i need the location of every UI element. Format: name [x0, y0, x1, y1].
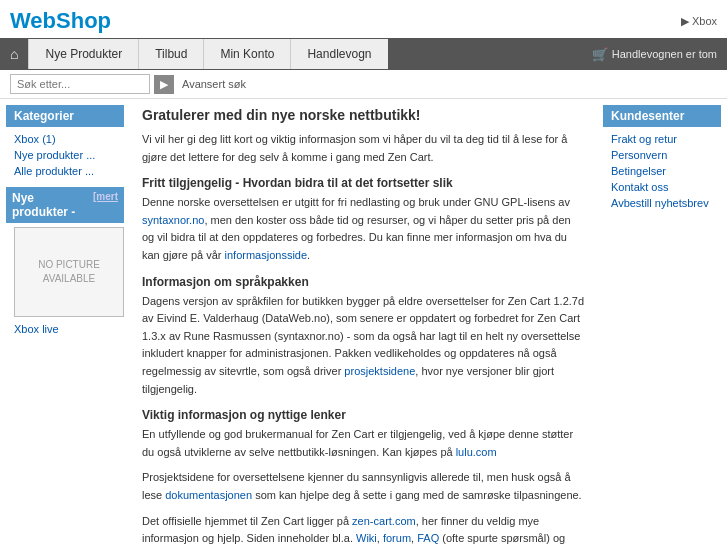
promo-text: Xbox — [692, 15, 717, 27]
product-name[interactable]: Xbox live — [6, 321, 124, 337]
cart-area[interactable]: 🛒 Handlevognen er tom — [582, 39, 727, 70]
right-item-betingelser[interactable]: Betingelser — [603, 163, 721, 179]
link-forum[interactable]: forum — [383, 532, 411, 544]
searchbar: ▶ Avansert søk — [0, 70, 727, 99]
free-heading: Fritt tilgjengelig - Hvordan bidra til a… — [142, 176, 585, 190]
cart-text: Handlevognen er tom — [612, 48, 717, 60]
link-lulu[interactable]: lulu.com — [456, 446, 497, 458]
promo-arrow: ▶ — [681, 15, 689, 27]
nav-item-min-konto[interactable]: Min Konto — [203, 39, 290, 69]
sidebar-item-all-products[interactable]: Alle produkter ... — [6, 163, 124, 179]
link-zencart-com[interactable]: zen-cart.com — [352, 515, 416, 527]
nav-item-tilbud[interactable]: Tilbud — [138, 39, 203, 69]
sidebar-link-new-products[interactable]: Nye produkter ... — [14, 149, 95, 161]
link-wiki[interactable]: Wiki — [356, 532, 377, 544]
link-dokumentasjonen[interactable]: dokumentasjonen — [165, 489, 252, 501]
right-item-avbestill[interactable]: Avbestill nyhetsbrev — [603, 195, 721, 211]
search-input[interactable] — [10, 74, 150, 94]
header: WebShop ▶ Xbox — [0, 0, 727, 38]
insert-link[interactable]: [mert — [93, 191, 118, 219]
link-avbestill[interactable]: Avbestill nyhetsbrev — [611, 197, 709, 209]
right-item-personvern[interactable]: Personvern — [603, 147, 721, 163]
new-products-label: Nye produkter - — [12, 191, 93, 219]
sidebar-item-new-products[interactable]: Nye produkter ... — [6, 147, 124, 163]
right-item-kontakt[interactable]: Kontakt oss — [603, 179, 721, 195]
new-products-section: Nye produkter - [mert NO PICTURE AVAILAB… — [6, 187, 124, 337]
customer-service-heading: Kundesenter — [603, 105, 721, 127]
sidebar-item-xbox[interactable]: Xbox (1) — [6, 131, 124, 147]
advanced-search-link[interactable]: Avansert søk — [182, 78, 246, 90]
link-info-page[interactable]: informasjonsside — [225, 249, 308, 261]
link-frakt[interactable]: Frakt og retur — [611, 133, 677, 145]
cart-icon: 🛒 — [592, 47, 608, 62]
links-text1: En utfyllende og god brukermanual for Ze… — [142, 426, 585, 461]
logo-web: Web — [10, 8, 56, 33]
xbox-promo: ▶ Xbox — [681, 15, 717, 28]
sidebar-link-all-products[interactable]: Alle produkter ... — [14, 165, 94, 177]
new-products-heading: Nye produkter - [mert — [6, 187, 124, 223]
logo-shop: Shop — [56, 8, 111, 33]
no-picture-label: NO PICTURE AVAILABLE — [15, 258, 123, 286]
links-heading: Viktig informasjon og nyttige lenker — [142, 408, 585, 422]
navbar: ⌂ Nye Produkter Tilbud Min Konto Handlev… — [0, 38, 727, 70]
main-layout: Kategorier Xbox (1) Nye produkter ... Al… — [0, 99, 727, 545]
content-title: Gratulerer med din nye norske nettbutikk… — [142, 107, 585, 123]
logo: WebShop — [10, 8, 111, 34]
nav-item-handlevogn[interactable]: Handlevogn — [290, 39, 387, 69]
link-personvern[interactable]: Personvern — [611, 149, 667, 161]
main-content: Gratulerer med din nye norske nettbutikk… — [130, 99, 597, 545]
home-button[interactable]: ⌂ — [0, 38, 28, 70]
lang-text: Dagens versjon av språkfilen for butikke… — [142, 293, 585, 399]
link-prosjektsidene[interactable]: prosjektsidene — [344, 365, 415, 377]
sidebar-link-xbox[interactable]: Xbox (1) — [14, 133, 56, 145]
search-button[interactable]: ▶ — [154, 75, 174, 94]
link-faq[interactable]: FAQ — [417, 532, 439, 544]
links-text2: Prosjektsidene for oversettelsene kjenne… — [142, 469, 585, 504]
link-kontakt[interactable]: Kontakt oss — [611, 181, 668, 193]
product-image-box: NO PICTURE AVAILABLE — [14, 227, 124, 317]
product-link[interactable]: Xbox live — [14, 323, 59, 335]
nav-item-new-products[interactable]: Nye Produkter — [28, 39, 138, 69]
right-item-frakt[interactable]: Frakt og retur — [603, 131, 721, 147]
links-text3: Det offisielle hjemmet til Zen Cart ligg… — [142, 513, 585, 546]
categories-heading: Kategorier — [6, 105, 124, 127]
free-text: Denne norske oversettelsen er utgitt for… — [142, 194, 585, 264]
right-sidebar: Kundesenter Frakt og retur Personvern Be… — [597, 99, 727, 545]
left-sidebar: Kategorier Xbox (1) Nye produkter ... Al… — [0, 99, 130, 545]
link-syntaxnor[interactable]: syntaxnor.no — [142, 214, 204, 226]
content-intro: Vi vil her gi deg litt kort og viktig in… — [142, 131, 585, 166]
link-betingelser[interactable]: Betingelser — [611, 165, 666, 177]
lang-heading: Informasjon om språkpakken — [142, 275, 585, 289]
